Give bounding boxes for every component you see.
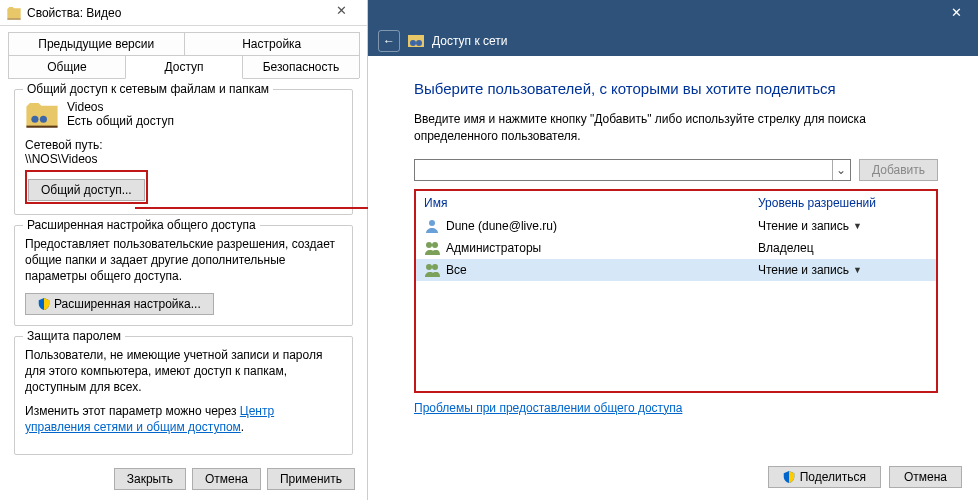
sharing-icon xyxy=(408,33,424,49)
svg-point-3 xyxy=(410,40,416,46)
group-legend: Защита паролем xyxy=(23,329,125,343)
tab-sharing[interactable]: Доступ xyxy=(125,55,243,79)
user-permission[interactable]: Чтение и запись▼ xyxy=(758,219,928,233)
group-legend: Расширенная настройка общего доступа xyxy=(23,218,260,232)
advanced-hint: Предоставляет пользовательские разрешени… xyxy=(25,236,342,285)
tab-security[interactable]: Безопасность xyxy=(242,55,360,78)
list-item[interactable]: Все Чтение и запись▼ xyxy=(416,259,936,281)
properties-titlebar: Свойства: Видео ✕ xyxy=(0,0,367,26)
svg-point-9 xyxy=(432,264,438,270)
user-name: Все xyxy=(446,263,752,277)
network-buttons: Поделиться Отмена xyxy=(768,466,962,488)
tabs-row-upper: Предыдущие версии Настройка xyxy=(8,32,359,56)
chevron-down-icon[interactable]: ⌄ xyxy=(832,160,850,180)
nav-title: Доступ к сети xyxy=(432,34,507,48)
cancel-button[interactable]: Отмена xyxy=(889,466,962,488)
svg-point-6 xyxy=(426,242,432,248)
svg-point-1 xyxy=(40,116,47,123)
apply-button[interactable]: Применить xyxy=(267,468,355,490)
network-sharing-group: Общий доступ к сетевым файлам и папкам V… xyxy=(14,89,353,215)
cancel-button[interactable]: Отмена xyxy=(192,468,261,490)
network-access-window: ✕ ← Доступ к сети Выберите пользователей… xyxy=(368,0,978,500)
problems-line: Проблемы при предоставлении общего досту… xyxy=(414,401,938,415)
svg-point-4 xyxy=(416,40,422,46)
advanced-sharing-group: Расширенная настройка общего доступа Пре… xyxy=(14,225,353,326)
close-icon[interactable]: ✕ xyxy=(934,0,978,26)
list-header: Имя Уровень разрешений xyxy=(416,191,936,215)
shared-folder-icon xyxy=(25,100,59,130)
network-body: Выберите пользователей, с которыми вы хо… xyxy=(368,56,978,415)
network-path-value: \\NOS\Videos xyxy=(25,152,342,166)
svg-point-5 xyxy=(429,220,435,226)
user-combo[interactable]: ⌄ xyxy=(414,159,851,181)
network-path-label: Сетевой путь: xyxy=(25,138,342,152)
user-add-row: ⌄ Добавить xyxy=(414,159,938,181)
advanced-settings-label: Расширенная настройка... xyxy=(54,297,201,311)
user-permission: Владелец xyxy=(758,241,928,255)
close-icon[interactable]: ✕ xyxy=(321,3,361,23)
sharing-tab-content: Общий доступ к сетевым файлам и папкам V… xyxy=(0,79,367,475)
tab-general[interactable]: Общие xyxy=(8,55,126,78)
group-icon xyxy=(424,240,440,256)
svg-point-7 xyxy=(432,242,438,248)
tab-previous-versions[interactable]: Предыдущие версии xyxy=(8,32,185,55)
share-instruction: Введите имя и нажмите кнопку "Добавить" … xyxy=(414,111,938,145)
properties-title: Свойства: Видео xyxy=(27,6,321,20)
folder-small-icon xyxy=(6,5,22,21)
share-confirm-button[interactable]: Поделиться xyxy=(768,466,881,488)
close-button[interactable]: Закрыть xyxy=(114,468,186,490)
list-item[interactable]: Dune (dune@live.ru) Чтение и запись▼ xyxy=(416,215,936,237)
list-empty-space xyxy=(416,281,936,391)
network-titlebar: ✕ xyxy=(368,0,978,26)
share-confirm-label: Поделиться xyxy=(800,470,866,484)
tab-customize[interactable]: Настройка xyxy=(184,32,361,55)
properties-dialog: Свойства: Видео ✕ Предыдущие версии Наст… xyxy=(0,0,368,500)
share-button[interactable]: Общий доступ... xyxy=(28,179,145,201)
user-name: Администраторы xyxy=(446,241,752,255)
svg-point-8 xyxy=(426,264,432,270)
user-name: Dune (dune@live.ru) xyxy=(446,219,752,233)
folder-name: Videos xyxy=(67,100,174,114)
dialog-buttons: Закрыть Отмена Применить xyxy=(114,468,355,490)
password-hint: Пользователи, не имеющие учетной записи … xyxy=(25,347,342,396)
list-item[interactable]: Администраторы Владелец xyxy=(416,237,936,259)
chevron-down-icon: ▼ xyxy=(853,221,862,231)
shield-icon xyxy=(783,471,795,483)
group-icon xyxy=(424,262,440,278)
shield-icon xyxy=(38,298,50,310)
problems-link[interactable]: Проблемы при предоставлении общего досту… xyxy=(414,401,682,415)
user-icon xyxy=(424,218,440,234)
change-setting-line: Изменить этот параметр можно через Центр… xyxy=(25,403,342,435)
col-name[interactable]: Имя xyxy=(424,196,758,210)
share-heading: Выберите пользователей, с которыми вы хо… xyxy=(414,80,938,97)
svg-rect-2 xyxy=(408,35,424,47)
group-legend: Общий доступ к сетевым файлам и папкам xyxy=(23,82,273,96)
user-permission[interactable]: Чтение и запись▼ xyxy=(758,263,928,277)
svg-point-0 xyxy=(31,116,38,123)
col-permission[interactable]: Уровень разрешений xyxy=(758,196,928,210)
chevron-down-icon: ▼ xyxy=(853,265,862,275)
password-protection-group: Защита паролем Пользователи, не имеющие … xyxy=(14,336,353,455)
advanced-settings-button[interactable]: Расширенная настройка... xyxy=(25,293,214,315)
user-list-highlight: Имя Уровень разрешений Dune (dune@live.r… xyxy=(414,189,938,393)
add-button[interactable]: Добавить xyxy=(859,159,938,181)
folder-share-state: Есть общий доступ xyxy=(67,114,174,128)
tabs-row-lower: Общие Доступ Безопасность xyxy=(8,55,359,79)
network-nav: ← Доступ к сети xyxy=(368,26,978,56)
back-button[interactable]: ← xyxy=(378,30,400,52)
